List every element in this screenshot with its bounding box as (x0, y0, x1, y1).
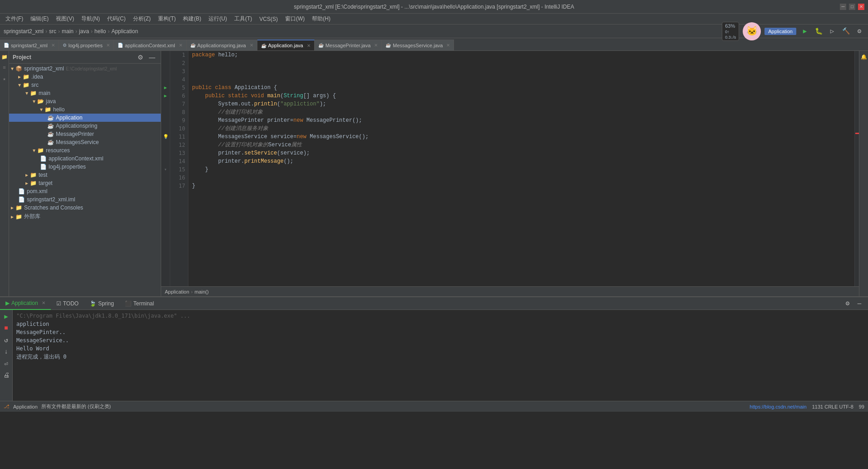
minimize-button[interactable]: ─ (840, 4, 846, 10)
run-button[interactable]: ▶ (800, 26, 810, 36)
tab-messageprinter[interactable]: ☕MessagePrinter.java✕ (315, 40, 382, 50)
tree-item-iml[interactable]: 📄 springstart2_xml.iml (9, 195, 161, 204)
menu-item-h[interactable]: 帮助(H) (308, 14, 334, 24)
menu-item-n[interactable]: 导航(N) (78, 14, 104, 24)
breadcrumb-item-4[interactable]: java (79, 28, 89, 35)
tree-label-main: main (39, 90, 50, 96)
menu-item-z[interactable]: 分析(Z) (129, 14, 154, 24)
structure-icon[interactable]: ≡ (0, 64, 9, 72)
gutter-line-17 (161, 182, 170, 190)
tab-close-application_java[interactable]: ✕ (307, 43, 311, 48)
console-output: "C:\Program Files\Java\jdk1.8.0_171\bin\… (13, 310, 868, 401)
tab-close-messagesservice[interactable]: ✕ (446, 43, 450, 48)
close-button[interactable]: ✕ (858, 4, 864, 10)
run-scroll-button[interactable]: ↓ (2, 347, 11, 356)
tree-item-main[interactable]: ▾ 📁 main (9, 89, 161, 97)
run-config[interactable]: Application (764, 28, 796, 35)
tab-application_java[interactable]: ☕Application.java✕ (257, 40, 315, 50)
run-wrap-button[interactable]: ⏎ (2, 359, 11, 368)
pom-file-icon: 📄 (18, 188, 25, 195)
tree-item-appcontext[interactable]: 📄 applicationContext.xml (9, 155, 161, 163)
tree-item-resources[interactable]: ▾ 📁 resources (9, 146, 161, 155)
tab-applicationContext[interactable]: 📄applicationContext.xml✕ (114, 40, 187, 50)
tab-close-messageprinter[interactable]: ✕ (374, 43, 378, 48)
breadcrumb-method[interactable]: main() (195, 289, 209, 294)
tree-item-root[interactable]: ▾ 📦 springstart2_xml E:\Code\springstart… (9, 65, 161, 73)
breadcrumb-item-2[interactable]: src (49, 28, 56, 35)
tree-item-msgservice[interactable]: ☕ MessagesService (9, 138, 161, 146)
gutter-line-6[interactable]: ▶ (161, 92, 170, 100)
line-num-7: 7 (170, 100, 185, 108)
status-link[interactable]: https://blog.csdn.net/main (750, 404, 806, 409)
run-print-button[interactable]: 🖨 (2, 371, 11, 380)
menu-item-u[interactable]: 运行(U) (205, 14, 231, 24)
menu-item-v[interactable]: 视图(V) (52, 14, 78, 24)
terminal-tab-icon: ⬛ (125, 300, 132, 307)
tree-label-appcontext: applicationContext.xml (49, 155, 104, 162)
settings-panel-icon[interactable]: ⚙ (843, 299, 853, 309)
project-icon[interactable]: 📁 (0, 53, 9, 61)
breadcrumb-item-6[interactable]: Application (111, 28, 138, 35)
notifications-icon[interactable]: 🔔 (860, 53, 868, 61)
tree-item-log4j[interactable]: 📄 log4j.properties (9, 163, 161, 171)
tab-applicationspring[interactable]: ☕Applicationspring.java✕ (187, 40, 257, 50)
terminal-tab[interactable]: ⬛ Terminal (119, 297, 159, 310)
tree-item-pom[interactable]: 📄 pom.xml (9, 187, 161, 195)
breadcrumb-item-5[interactable]: hello (94, 28, 106, 35)
code-line-13: printer.setService(service); (192, 149, 851, 157)
menu-item-t[interactable]: 重构(T) (154, 14, 179, 24)
tree-item-application[interactable]: ☕ Application (9, 114, 161, 122)
menu-item-t[interactable]: 工具(T) (231, 14, 256, 24)
tree-item-msgprinter[interactable]: ☕ MessagePrinter (9, 130, 161, 138)
tree-item-external[interactable]: ▸ 📁 外部库 (9, 212, 161, 221)
gutter-line-5[interactable]: ▶ (161, 84, 170, 92)
tab-close-log4j_props[interactable]: ✕ (106, 43, 110, 48)
tab-springstart2_xml[interactable]: 📄springstart2_xml✕ (0, 40, 59, 50)
tree-item-idea[interactable]: ▸ 📁 .idea (9, 73, 161, 81)
gutter-line-11[interactable]: 💡 (161, 133, 170, 141)
breadcrumb-item-1[interactable]: springstart2_xml (4, 28, 44, 35)
tab-messagesservice[interactable]: ☕MessagesService.java✕ (382, 40, 454, 50)
project-collapse-icon[interactable]: — (147, 52, 157, 62)
build-button[interactable]: 🔨 (841, 26, 851, 36)
code-editor[interactable]: package hello; public class Application … (188, 51, 854, 286)
tab-close-springstart2_xml[interactable]: ✕ (51, 43, 55, 48)
tree-label-src: src (31, 82, 39, 88)
minimize-panel-icon[interactable]: — (854, 299, 864, 309)
todo-tab[interactable]: ☑ TODO (51, 297, 84, 310)
tab-close-applicationContext[interactable]: ✕ (179, 43, 182, 48)
tree-item-hello[interactable]: ▾ 📁 hello (9, 105, 161, 114)
menu-item-c[interactable]: 代码(C) (104, 14, 129, 24)
menu-item-e[interactable]: 编辑(E) (27, 14, 52, 24)
menu-item-b[interactable]: 构建(B) (179, 14, 205, 24)
menu-item-w[interactable]: 窗口(W) (281, 14, 308, 24)
tree-item-src[interactable]: ▾ 📁 src (9, 81, 161, 89)
tree-item-appspring[interactable]: ☕ Applicationspring (9, 122, 161, 130)
tab-close-applicationspring[interactable]: ✕ (250, 43, 253, 48)
gutter-line-15[interactable]: ▾ (161, 165, 170, 174)
maximize-button[interactable]: □ (849, 4, 855, 10)
settings-icon[interactable]: ⚙ (854, 26, 864, 36)
spring-tab[interactable]: 🍃 Spring (84, 297, 119, 310)
tab-log4j_props[interactable]: ⚙log4j.properties✕ (59, 40, 114, 50)
breadcrumb-class[interactable]: Application (165, 289, 189, 294)
favorites-icon[interactable]: ★ (0, 75, 9, 83)
debug-button[interactable]: 🐛 (814, 26, 824, 36)
breadcrumb-item-3[interactable]: main (62, 28, 74, 35)
run-rerun-button[interactable]: ↺ (2, 335, 11, 344)
menu-item-vcss[interactable]: VCS(S) (256, 15, 281, 23)
tree-item-target[interactable]: ▸ 📁 target (9, 179, 161, 187)
git-branch-name[interactable]: Application (13, 404, 38, 409)
tree-item-scratches[interactable]: ▸ 📁 Scratches and Consoles (9, 204, 161, 212)
code-line-5: public class Application { (192, 84, 851, 92)
run-stop-button[interactable]: ■ (2, 324, 11, 333)
project-settings-icon[interactable]: ⚙ (135, 52, 145, 62)
run-play-button[interactable]: ▶ (2, 312, 11, 321)
menu-item-f[interactable]: 文件(F) (2, 14, 27, 24)
tree-item-test[interactable]: ▸ 📁 test (9, 171, 161, 179)
run-tab-label[interactable]: ▶ Application ✕ (0, 297, 51, 310)
tree-item-java[interactable]: ▾ 📂 java (9, 97, 161, 105)
code-line-1: package hello; (192, 51, 851, 59)
run-tab-close[interactable]: ✕ (42, 300, 45, 305)
coverage-button[interactable]: ▷ (827, 26, 837, 36)
